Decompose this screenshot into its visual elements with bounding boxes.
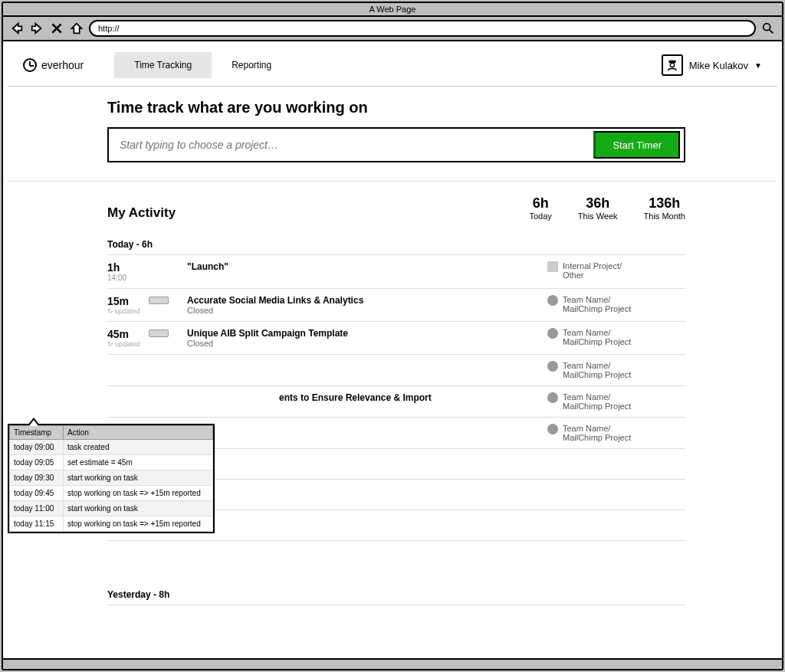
start-timer-button[interactable]: Start Timer <box>593 131 680 159</box>
project-icon <box>547 328 558 339</box>
activity-row[interactable]: 1h14:00 "Launch" Internal Project/Other <box>107 254 685 288</box>
svg-point-0 <box>764 24 770 31</box>
project-icon <box>547 392 558 403</box>
project-icon <box>547 261 558 272</box>
stat-week: 36hThis Week <box>578 195 618 221</box>
page-title: Time track what are you working on <box>107 99 685 116</box>
search-icon[interactable] <box>760 21 776 36</box>
refresh-icon: ↻ <box>107 340 113 348</box>
history-row: today 09:00task created <box>10 440 213 455</box>
chevron-down-icon: ▼ <box>754 61 762 70</box>
back-icon[interactable] <box>9 21 25 36</box>
project-icon <box>547 295 558 306</box>
tag-icon <box>149 297 169 304</box>
svg-point-2 <box>670 63 674 67</box>
activity-row[interactable]: 15m↻updated Accurate Social Media Links … <box>107 288 685 321</box>
history-row: today 11:00start working on task <box>10 501 213 516</box>
project-search-row: Start Timer <box>107 127 685 162</box>
history-row: today 09:30start working on task <box>10 470 213 486</box>
project-icon <box>547 424 558 434</box>
activity-row[interactable]: 45m↻updated Unique AIB Split Campaign Te… <box>107 321 685 354</box>
activity-row[interactable]: ents to Ensure Relevance & Import Team N… <box>107 385 685 417</box>
col-action: Action <box>64 426 213 440</box>
day-yesterday-label: Yesterday - 8h <box>107 589 685 600</box>
refresh-icon: ↻ <box>107 307 113 315</box>
history-row: today 09:05set estimate = 45m <box>10 455 213 470</box>
status-bar <box>3 658 782 669</box>
divider <box>8 181 777 182</box>
project-input[interactable] <box>120 139 590 151</box>
history-popup: TimestampAction today 09:00task created … <box>8 424 215 533</box>
app-header: everhour Time Tracking Reporting Mike Ku… <box>8 43 777 87</box>
avatar-icon <box>662 54 683 76</box>
tab-reporting[interactable]: Reporting <box>212 52 291 78</box>
day-today-label: Today - 6h <box>107 239 685 250</box>
history-row: today 11:15stop working on task => +15m … <box>10 516 213 532</box>
history-row: today 09:45stop working on task => +15m … <box>10 486 213 501</box>
url-bar[interactable]: http:// <box>89 20 756 37</box>
app-name: everhour <box>41 59 84 71</box>
home-icon[interactable] <box>69 21 84 36</box>
col-timestamp: Timestamp <box>10 426 64 440</box>
forward-icon[interactable] <box>29 21 44 36</box>
stat-today: 6hToday <box>529 195 551 221</box>
browser-title: A Web Page <box>3 3 782 17</box>
stat-month: 136hThis Month <box>644 195 685 221</box>
browser-toolbar: http:// <box>3 17 782 41</box>
stop-icon[interactable] <box>49 21 64 36</box>
user-name: Mike Kulakov <box>689 60 748 71</box>
user-menu[interactable]: Mike Kulakov ▼ <box>662 54 762 76</box>
activity-title: My Activity <box>107 205 176 221</box>
tag-icon <box>149 329 169 337</box>
tab-time-tracking[interactable]: Time Tracking <box>114 52 212 78</box>
project-icon <box>547 361 558 372</box>
clock-icon <box>23 58 37 72</box>
activity-row[interactable]: Team Name/MailChimp Project <box>107 354 685 385</box>
app-logo: everhour <box>23 58 84 72</box>
